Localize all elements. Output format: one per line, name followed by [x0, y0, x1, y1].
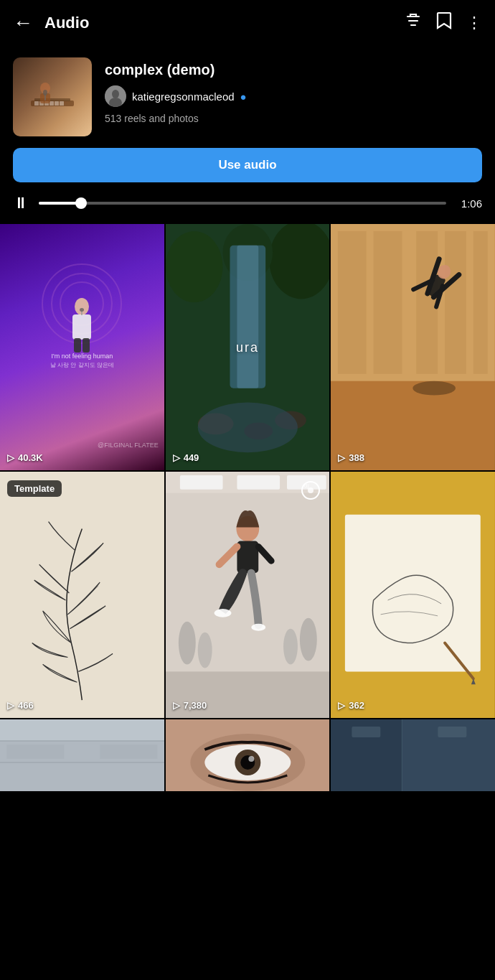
player-time: 1:06	[456, 197, 482, 210]
view-count-4: 466	[18, 700, 34, 711]
view-count-3: 388	[349, 452, 364, 463]
svg-rect-60	[166, 671, 330, 718]
credit-tag: @FILGINAL FLATEE	[98, 442, 159, 449]
play-icon: ▷	[7, 700, 14, 711]
svg-point-90	[248, 756, 254, 762]
svg-rect-25	[74, 338, 81, 353]
video-overlay-1: ▷ 40.3K	[7, 452, 43, 463]
dj-icon: dj	[301, 480, 321, 505]
progress-track[interactable]	[39, 202, 446, 205]
view-count-1: 40.3K	[18, 452, 43, 463]
header-actions: ⋮	[405, 11, 482, 34]
svg-point-63	[197, 633, 212, 668]
play-icon: ▷	[338, 700, 345, 711]
video-cell-4[interactable]: Template ▷ 466	[0, 472, 164, 718]
artist-name: katiegregsonmacleod	[132, 90, 235, 103]
svg-point-14	[43, 90, 47, 95]
svg-point-62	[300, 618, 317, 661]
page-title: Audio	[44, 14, 405, 32]
play-icon: ▷	[173, 700, 180, 711]
header: ← Audio ⋮	[0, 0, 495, 46]
svg-point-51	[413, 381, 456, 396]
bookmark-icon[interactable]	[436, 11, 452, 34]
view-count-6: 362	[349, 700, 364, 711]
svg-rect-75	[345, 515, 481, 672]
video-overlay-6: ▷ 362	[338, 700, 364, 711]
verified-icon: ●	[240, 90, 247, 103]
progress-fill	[39, 202, 80, 205]
video-overlay-5: ▷ 7,380	[173, 700, 207, 711]
svg-rect-24	[80, 308, 84, 312]
svg-rect-83	[100, 745, 157, 759]
svg-point-16	[112, 90, 119, 98]
svg-rect-40	[338, 231, 367, 374]
video-overlay-2: ▷ 449	[173, 452, 199, 463]
progress-thumb	[75, 197, 87, 209]
svg-point-61	[179, 622, 196, 665]
svg-point-69	[214, 609, 231, 617]
concert-text-overlay: I'm not feeling human 날 사랑 안 같지도 않은데	[50, 352, 114, 369]
svg-rect-5	[34, 101, 39, 106]
svg-rect-26	[82, 338, 90, 353]
video-cell-3[interactable]: ▷ 388	[331, 224, 495, 470]
template-badge: Template	[7, 480, 62, 497]
filter-icon[interactable]	[405, 12, 422, 34]
play-icon: ▷	[338, 452, 345, 463]
audio-thumbnail	[13, 57, 92, 136]
audio-stats: 513 reels and photos	[105, 113, 247, 124]
video-cell-5[interactable]: dj ▷ 7,380	[166, 472, 330, 718]
view-count-2: 449	[184, 452, 199, 463]
video-overlay-3: ▷ 388	[338, 452, 364, 463]
svg-point-36	[197, 403, 297, 453]
audio-metadata: complex (demo) katiegregsonmacleod ● 513…	[105, 57, 247, 124]
play-icon: ▷	[7, 452, 14, 463]
svg-rect-95	[352, 727, 381, 737]
svg-text:dj: dj	[304, 482, 308, 489]
svg-rect-41	[374, 231, 402, 374]
svg-point-70	[251, 624, 265, 631]
video-cell-6[interactable]: ▷ 362	[331, 472, 495, 718]
svg-rect-42	[417, 231, 438, 374]
svg-rect-58	[237, 475, 280, 490]
svg-rect-82	[6, 745, 64, 759]
audio-title: complex (demo)	[105, 62, 247, 78]
svg-point-28	[166, 231, 223, 302]
use-audio-button[interactable]: Use audio	[13, 148, 482, 182]
audio-info-section: complex (demo) katiegregsonmacleod ● 513…	[0, 46, 495, 145]
video-cell-7[interactable]	[0, 719, 164, 791]
video-overlay-4: ▷ 466	[7, 700, 34, 711]
svg-rect-4	[34, 98, 70, 101]
svg-rect-43	[445, 231, 466, 374]
svg-rect-44	[473, 231, 488, 374]
play-icon: ▷	[173, 452, 180, 463]
pause-button[interactable]: ⏸	[13, 194, 29, 213]
video-cell-1[interactable]: I'm not feeling human 날 사랑 안 같지도 않은데 @FI…	[0, 224, 164, 470]
video-cell-2[interactable]: ura ▷ 449	[166, 224, 330, 470]
svg-rect-8	[50, 101, 54, 106]
svg-rect-10	[60, 101, 64, 106]
video-text-2: ura	[236, 340, 259, 355]
artist-avatar	[105, 85, 126, 107]
video-cell-9[interactable]	[331, 719, 495, 791]
video-grid: I'm not feeling human 날 사랑 안 같지도 않은데 @FI…	[0, 224, 495, 791]
svg-rect-96	[438, 727, 467, 737]
svg-rect-57	[180, 475, 223, 490]
view-count-5: 7,380	[184, 700, 207, 711]
svg-rect-52	[0, 472, 164, 718]
svg-rect-9	[55, 101, 59, 106]
video-cell-8[interactable]	[166, 719, 330, 791]
back-button[interactable]: ←	[13, 11, 33, 34]
svg-rect-79	[0, 719, 164, 741]
more-icon[interactable]: ⋮	[466, 14, 482, 32]
svg-rect-32	[237, 246, 258, 388]
svg-point-64	[283, 629, 298, 665]
svg-rect-22	[72, 314, 91, 340]
audio-player: ⏸ 1:06	[0, 194, 495, 224]
artist-row: katiegregsonmacleod ●	[105, 85, 247, 107]
